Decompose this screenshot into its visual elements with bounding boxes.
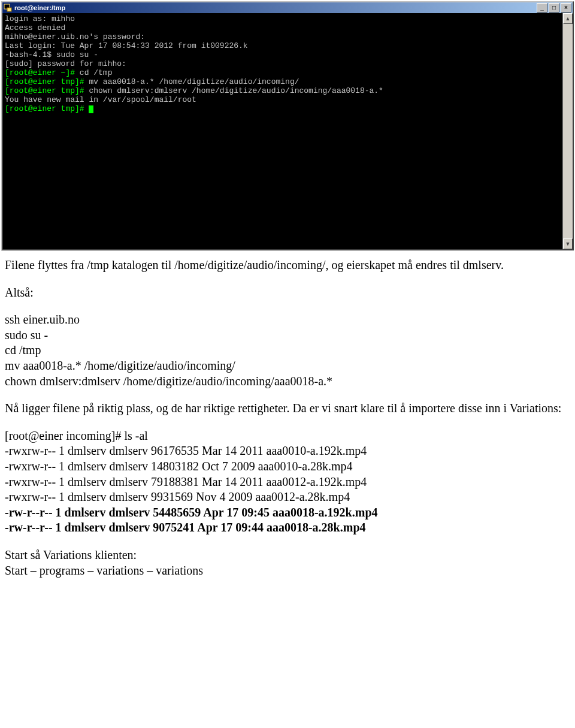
term-prompt: [root@einer tmp]# [5, 86, 84, 95]
term-line: [sudo] password for mihho: [5, 59, 126, 68]
ls-output: [root@einer incoming]# ls -al -rwxrw-r--… [5, 428, 570, 536]
term-line: chown dmlserv:dmlserv /home/digitize/aud… [84, 86, 383, 95]
command-block: ssh einer.uib.no sudo su - cd /tmp mv aa… [5, 312, 570, 389]
ls-row: -rw-r--r-- 1 dmlserv dmlserv 54485659 Ap… [5, 505, 570, 521]
ls-row: -rwxrw-r-- 1 dmlserv dmlserv 96176535 Ma… [5, 443, 570, 459]
ls-row: -rw-r--r-- 1 dmlserv dmlserv 9075241 Apr… [5, 520, 570, 536]
command-line: ssh einer.uib.no [5, 312, 570, 328]
term-line: Access denied [5, 23, 65, 32]
term-line: You have new mail in /var/spool/mail/roo… [5, 95, 196, 104]
term-prompt: [root@einer ~]# [5, 68, 75, 77]
scroll-up-button[interactable]: ▲ [563, 13, 573, 24]
command-line: cd /tmp [5, 343, 570, 358]
command-line: sudo su - [5, 328, 570, 343]
document-body: Filene flyttes fra /tmp katalogen til /h… [0, 252, 575, 590]
window-title: root@einer:/tmp [14, 4, 535, 11]
terminal-body: login as: mihho Access denied mihho@eine… [2, 13, 573, 249]
text-line: Start så Variations klienten: [5, 548, 570, 563]
text-line: Start – programs – variations – variatio… [5, 563, 570, 579]
command-line: mv aaa0018-a.* /home/digitize/audio/inco… [5, 358, 570, 374]
term-line: mihho@einer.uib.no's password: [5, 32, 145, 41]
term-prompt: [root@einer tmp]# [5, 104, 84, 113]
scrollbar[interactable]: ▲ ▼ [562, 13, 573, 249]
command-line: chown dmlserv:dmlserv /home/digitize/aud… [5, 374, 570, 389]
ls-prompt: [root@einer incoming]# ls -al [5, 428, 570, 444]
term-line: login as: mihho [5, 14, 75, 23]
terminal-cursor [89, 105, 93, 113]
terminal-content[interactable]: login as: mihho Access denied mihho@eine… [2, 13, 562, 249]
scroll-track[interactable] [563, 24, 573, 238]
titlebar: root@einer:/tmp _ □ × [2, 2, 573, 13]
minimize-button[interactable]: _ [537, 3, 547, 13]
term-line: Last login: Tue Apr 17 08:54:33 2012 fro… [5, 41, 248, 50]
paragraph: Start så Variations klienten: Start – pr… [5, 548, 570, 578]
paragraph: Filene flyttes fra /tmp katalogen til /h… [5, 258, 570, 273]
scroll-down-button[interactable]: ▼ [563, 238, 573, 249]
close-button[interactable]: × [561, 3, 571, 13]
term-line: -bash-4.1$ sudo su - [5, 50, 98, 59]
term-prompt: [root@einer tmp]# [5, 77, 84, 86]
paragraph: Nå ligger filene på riktig plass, og de … [5, 401, 570, 416]
ls-row: -rwxrw-r-- 1 dmlserv dmlserv 9931569 Nov… [5, 490, 570, 505]
ls-row: -rwxrw-r-- 1 dmlserv dmlserv 79188381 Ma… [5, 475, 570, 490]
maximize-button[interactable]: □ [549, 3, 559, 13]
svg-rect-1 [7, 8, 11, 11]
terminal-window: root@einer:/tmp _ □ × login as: mihho Ac… [1, 1, 574, 250]
term-line: mv aaa0018-a.* /home/digitize/audio/inco… [84, 77, 299, 86]
ls-row: -rwxrw-r-- 1 dmlserv dmlserv 14803182 Oc… [5, 459, 570, 475]
term-line: cd /tmp [75, 68, 112, 77]
paragraph: Altså: [5, 285, 570, 301]
putty-icon [4, 4, 12, 12]
